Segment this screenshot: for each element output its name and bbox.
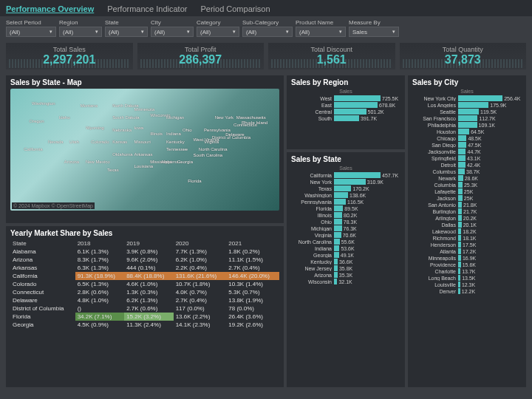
map-state-label[interactable]: Virginia xyxy=(204,140,219,144)
bar-row[interactable]: Ohio78.3K xyxy=(291,219,400,225)
bar-row[interactable]: Michigan76.3K xyxy=(291,225,400,231)
bar-row[interactable]: California457.7K xyxy=(291,172,400,178)
bar-row[interactable]: Columbus38.7K xyxy=(412,168,522,174)
filter-category[interactable]: (All)▾ xyxy=(197,27,239,37)
bar-row[interactable]: San Antonio21.8K xyxy=(412,202,522,208)
map-state-label[interactable]: Oklahoma xyxy=(112,152,132,157)
bar-row[interactable]: Burlington21.7K xyxy=(412,208,522,214)
table-row[interactable]: District of Columbia()2.7K (0.6%)117 (0.… xyxy=(10,304,279,313)
bar-row[interactable]: Washington138.6K xyxy=(291,192,400,198)
map-state-label[interactable]: Montana xyxy=(81,103,98,108)
us-map[interactable]: © 2024 Mapbox © OpenStreetMap Washington… xyxy=(10,89,279,211)
bar-row[interactable]: Henderson17.5K xyxy=(412,242,522,248)
bar-row[interactable]: Seattle119.5K xyxy=(412,109,522,115)
bar-row[interactable]: New York City256.4K xyxy=(412,95,522,101)
bar-row[interactable]: Philadelphia109.1K xyxy=(412,122,522,128)
bar-row[interactable]: Indiana53.6K xyxy=(291,245,400,251)
bar-row[interactable]: Charlotte13.7K xyxy=(412,268,522,274)
map-state-label[interactable]: Missouri xyxy=(134,140,150,144)
map-state-label[interactable]: Florida xyxy=(188,179,201,183)
bar-row[interactable]: Kentucky36.6K xyxy=(291,259,400,265)
map-state-label[interactable]: New York xyxy=(215,115,233,120)
bar-row[interactable]: San Francisco112.7K xyxy=(412,115,522,121)
map-state-label[interactable]: Indiana xyxy=(166,132,181,136)
bar-row[interactable]: Detroit42.4K xyxy=(412,162,522,168)
bar-row[interactable]: North Carolina55.6K xyxy=(291,239,400,245)
map-state-label[interactable]: New Mexico xyxy=(86,160,110,164)
bar-row[interactable]: East678.8K xyxy=(291,102,400,108)
bar-row[interactable]: Providence15.6K xyxy=(412,262,522,267)
bar-row[interactable]: Springfield43.1K xyxy=(412,155,522,161)
map-state-label[interactable]: South Carolina xyxy=(194,153,223,157)
map-state-label[interactable]: California xyxy=(24,147,42,151)
bar-row[interactable]: Illinois80.2K xyxy=(291,212,400,218)
tab-period-comparison[interactable]: Period Comparison xyxy=(200,3,270,15)
filter-sub-category[interactable]: (All)▾ xyxy=(242,27,293,37)
filter-region[interactable]: (All)▾ xyxy=(59,27,102,37)
bar-row[interactable]: Jackson25K xyxy=(412,195,522,201)
table-row[interactable]: Florida34.2K (7.1%)15.2K (3.2%)13.6K (2.… xyxy=(10,313,279,321)
map-state-label[interactable]: Connecticut xyxy=(233,123,257,127)
bar-row[interactable]: Newark28.6K xyxy=(412,175,522,181)
map-state-label[interactable]: Nebraska xyxy=(112,128,132,132)
bar-row[interactable]: Arizona35.3K xyxy=(291,272,400,278)
bar-row[interactable]: Virginia70.6K xyxy=(291,232,400,238)
table-row[interactable]: Delaware4.8K (1.0%)6.2K (1.3%)2.7K (0.4%… xyxy=(10,296,279,304)
map-state-label[interactable]: Illinois xyxy=(150,132,163,136)
bar-row[interactable]: Long Beach13.5K xyxy=(412,275,522,281)
bar-row[interactable]: San Diego47.5K xyxy=(412,142,522,148)
map-state-label[interactable]: Wyoming xyxy=(86,126,104,130)
bar-row[interactable]: Pennsylvania116.5K xyxy=(291,199,400,205)
bar-row[interactable]: Wisconsin32.1K xyxy=(291,279,400,284)
filter-measure-by[interactable]: Sales▾ xyxy=(349,27,399,37)
map-state-label[interactable]: Ohio xyxy=(183,128,192,132)
bar-row[interactable]: West725.5K xyxy=(291,95,400,101)
bar-row[interactable]: Louisville12.3K xyxy=(412,282,522,287)
bar-row[interactable]: Atlanta17.2K xyxy=(412,248,522,254)
map-state-label[interactable]: Oregon xyxy=(29,119,44,123)
tab-performance-overview[interactable]: Performance Overview xyxy=(6,3,94,15)
table-row[interactable]: Georgia4.5K (0.9%)11.3K (2.4%)14.1K (2.3… xyxy=(10,321,279,329)
bar-row[interactable]: Chicago48.5K xyxy=(412,135,522,141)
bar-row[interactable]: Columbia25.3K xyxy=(412,182,522,188)
bar-row[interactable]: Florida89.5K xyxy=(291,205,400,211)
map-state-label[interactable]: Washington xyxy=(32,101,55,106)
bar-row[interactable]: Lakewood18.2K xyxy=(412,228,522,234)
bar-row[interactable]: Jacksonville44.7K xyxy=(412,149,522,154)
map-state-label[interactable]: Nevada xyxy=(48,140,64,144)
bar-row[interactable]: Arlington20.2K xyxy=(412,215,522,221)
map-state-label[interactable]: Delaware xyxy=(225,132,244,137)
map-state-label[interactable]: Tennessee xyxy=(166,147,188,151)
map-state-label[interactable]: Pennsylvania xyxy=(204,128,231,132)
map-state-label[interactable]: Georgia xyxy=(177,160,193,164)
table-row[interactable]: Connecticut2.8K (0.6%)1.3K (0.3%)4.0K (0… xyxy=(10,288,279,296)
filter-product-name[interactable]: (All)▾ xyxy=(296,27,346,37)
map-state-label[interactable]: Texas xyxy=(107,168,119,172)
map-state-label[interactable]: Colorado xyxy=(91,140,109,144)
map-state-label[interactable]: Louisiana xyxy=(134,164,153,168)
map-state-label[interactable]: Arizona xyxy=(64,160,79,164)
map-state-label[interactable]: North Carolina xyxy=(199,147,228,151)
map-state-label[interactable]: Alabama xyxy=(161,160,179,164)
table-row[interactable]: Arkansas6.3K (1.3%)444 (0.1%)2.2K (0.4%)… xyxy=(10,264,279,272)
filter-city[interactable]: (All)▾ xyxy=(151,27,194,37)
map-state-label[interactable]: Kansas xyxy=(112,140,127,144)
bar-row[interactable]: Los Angeles175.9K xyxy=(412,102,522,108)
map-state-label[interactable]: Iowa xyxy=(134,126,143,130)
table-row[interactable]: Colorado6.5K (1.3%)4.6K (1.0%)10.7K (1.8… xyxy=(10,280,279,288)
map-state-label[interactable]: Kentucky xyxy=(166,140,185,144)
bar-row[interactable]: Minneapolis16.9K xyxy=(412,255,522,261)
map-state-label[interactable]: Minnesota xyxy=(134,107,154,112)
bar-row[interactable]: South391.7K xyxy=(291,115,400,121)
map-state-label[interactable]: Massachusetts xyxy=(236,115,266,120)
bar-row[interactable]: Richmond18.1K xyxy=(412,235,522,241)
map-state-label[interactable]: Idaho xyxy=(59,115,70,120)
map-state-label[interactable]: Utah xyxy=(69,140,79,144)
map-state-label[interactable]: Arkansas xyxy=(134,152,152,157)
filter-select-period[interactable]: (All)▾ xyxy=(6,27,56,37)
bar-row[interactable]: New Jersey35.8K xyxy=(291,265,400,271)
bar-row[interactable]: Texas170.2K xyxy=(291,185,400,191)
bar-row[interactable]: New York310.9K xyxy=(291,179,400,185)
filter-state[interactable]: (All)▾ xyxy=(105,27,148,37)
bar-row[interactable]: Denver12.2K xyxy=(412,288,522,294)
